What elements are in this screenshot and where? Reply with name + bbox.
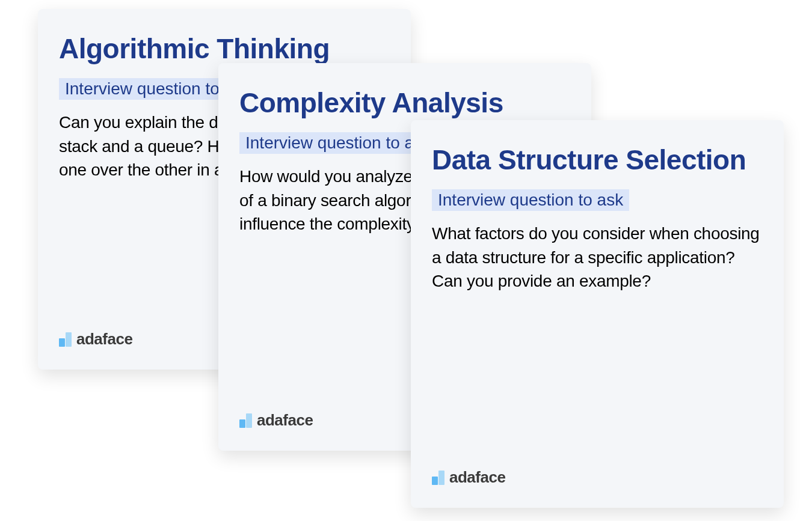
card-title: Data Structure Selection: [432, 144, 763, 176]
brand-name: adaface: [76, 330, 132, 349]
adaface-icon: [59, 332, 72, 347]
adaface-icon: [432, 471, 444, 485]
brand-logo: adaface: [432, 468, 505, 487]
card-subtitle: Interview question to ask: [432, 189, 629, 211]
card-title: Complexity Analysis: [239, 87, 570, 119]
card-subtitle: Interview question to ask: [239, 132, 437, 154]
brand-logo: adaface: [239, 411, 313, 430]
brand-logo: adaface: [59, 330, 132, 349]
question-text: What factors do you consider when choosi…: [432, 222, 763, 293]
brand-name: adaface: [449, 468, 505, 487]
brand-name: adaface: [257, 411, 313, 430]
card-title: Algorithmic Thinking: [59, 33, 390, 65]
adaface-icon: [239, 413, 252, 428]
interview-card-3: Data Structure Selection Interview quest…: [411, 120, 784, 508]
